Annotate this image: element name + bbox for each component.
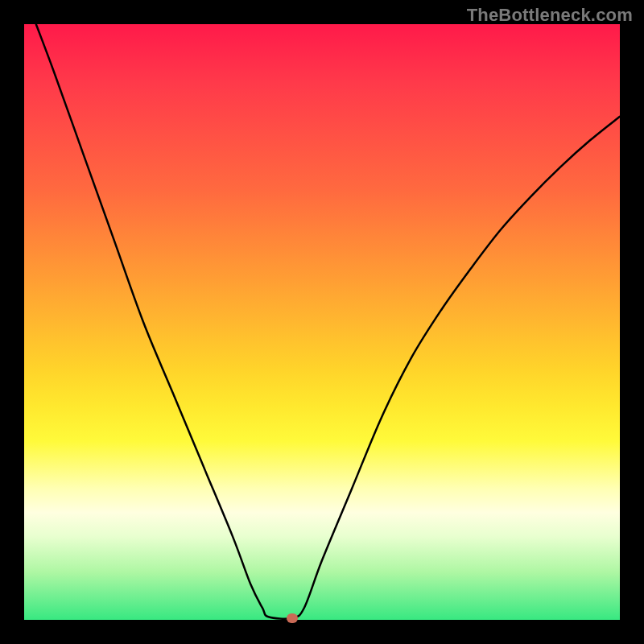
bottleneck-curve bbox=[24, 24, 620, 620]
chart-frame: TheBottleneck.com bbox=[0, 0, 644, 644]
watermark-text: TheBottleneck.com bbox=[467, 5, 633, 26]
optimum-marker bbox=[287, 613, 298, 623]
